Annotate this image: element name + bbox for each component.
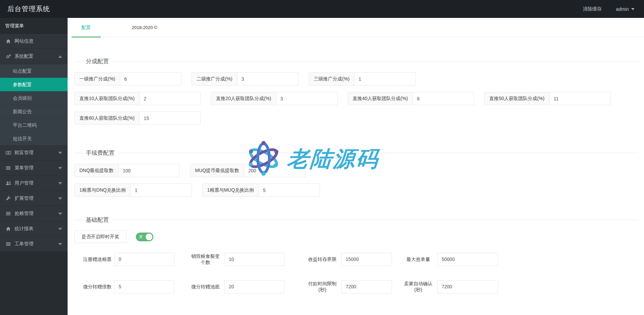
sidebar-item-ticket-mgmt[interactable]: 工单管理 [0, 237, 68, 252]
topbar: 后台管理系统 清除缓存 admin [0, 0, 644, 18]
field-level1-share: 一级推广分成(%) [74, 72, 181, 86]
field-input[interactable] [276, 92, 337, 105]
sidebar-item-user-mgmt[interactable]: 用户管理 [0, 176, 68, 191]
app-title: 后台管理系统 [0, 4, 50, 14]
chevron-down-icon [58, 152, 62, 154]
chevron-down-icon [58, 167, 62, 169]
divider [112, 61, 639, 62]
form-row: 1粮票与DNQ兑换比例 1粮票与MUQ兑换比例 [74, 184, 639, 197]
toggle-on-label: 开 [139, 234, 143, 240]
main-content: 配置 2018-2020 © 分成配置 一级推广分成(%) 二级推广分成(%) … [68, 18, 644, 315]
field-micro-transfer-pool: 微分转赠池底 [189, 280, 284, 293]
clear-cache-button[interactable]: 清除缓存 [583, 6, 602, 12]
field-input[interactable] [131, 184, 192, 196]
sidebar-subitem-member-level[interactable]: 会员级别 [0, 91, 68, 105]
field-payment-time-limit: 付款时间限制(秒) [306, 280, 392, 293]
field-input[interactable] [549, 92, 610, 105]
field-label: 1粮票与MUQ兑换比例 [202, 184, 259, 196]
divider [112, 220, 639, 220]
username: admin [616, 6, 629, 12]
sidebar-subitem-sms-switch[interactable]: 短信开关 [0, 132, 68, 145]
sidebar-menu-header: 管理菜单 [0, 18, 68, 34]
divider [74, 61, 83, 62]
field-label: MUQ提币最低提取数 [190, 164, 244, 177]
sidebar-subitem-qrcode[interactable]: 平台二维码 [0, 118, 68, 132]
sidebar-item-label: 扩展管理 [15, 195, 58, 201]
field-input[interactable] [140, 112, 200, 124]
field-input[interactable] [114, 253, 174, 266]
money-icon [6, 150, 11, 155]
section-title: 基础配置 [83, 216, 112, 224]
field-ticket-muq-ratio: 1粮票与MUQ兑换比例 [202, 184, 320, 197]
sidebar-subitem-site-config[interactable]: 站点配置 [0, 64, 68, 78]
section-header-fee: 手续费配置 [74, 149, 639, 156]
tab-config[interactable]: 配置 [72, 18, 101, 37]
users-icon [6, 181, 11, 186]
field-max-grab-amount: 最大抢单量 [402, 253, 498, 266]
field-input[interactable] [341, 253, 392, 266]
field-input[interactable] [224, 280, 284, 293]
sidebar-item-label: 财富管理 [15, 150, 58, 156]
chevron-down-icon [631, 8, 635, 10]
field-label: 注册赠送粮票 [78, 256, 112, 262]
field-input[interactable] [224, 253, 284, 266]
field-input[interactable] [244, 164, 305, 177]
form-row: 直推60人获取团队分成(%) [74, 112, 639, 125]
field-input[interactable] [140, 92, 200, 105]
sidebar-item-site-info[interactable]: 网站信息 [0, 34, 68, 49]
system-config-submenu: 站点配置 参数配置 会员级别 新闻公告 平台二维码 短信开关 [0, 64, 68, 145]
field-destroy-split-count: 销毁粮食裂变个数 [189, 253, 284, 266]
field-ticket-dnq-ratio: 1粮票与DNQ兑换比例 [74, 184, 192, 197]
instant-draw-toggle[interactable]: 开 [136, 233, 153, 241]
field-label: 一级推广分成(%) [75, 73, 120, 85]
field-label: 二级推广分成(%) [192, 73, 238, 85]
field-input[interactable] [413, 92, 474, 105]
field-input[interactable] [114, 280, 174, 293]
wrench-icon [6, 196, 11, 201]
sidebar-item-label: 用户管理 [15, 180, 58, 186]
chevron-up-icon [58, 55, 62, 58]
sidebar-subitem-news[interactable]: 新闻公告 [0, 105, 68, 118]
field-seller-auto-confirm: 卖家自动确认(秒) [402, 280, 498, 293]
user-menu[interactable]: admin [616, 6, 635, 12]
sidebar-item-system-config[interactable]: 系统配置 [0, 49, 68, 64]
sidebar-item-menu-mgmt[interactable]: 菜单管理 [0, 161, 68, 176]
form-row: 直推10人获取团队分成(%) 直推20人获取团队分成(%) 直推40人获取团队分… [74, 92, 639, 105]
field-label: 收益转存界限 [306, 256, 339, 262]
field-input[interactable] [259, 184, 320, 196]
field-input[interactable] [119, 164, 179, 177]
field-label: DNQ最低提取数 [75, 164, 119, 177]
sidebar-item-wealth[interactable]: 财富管理 [0, 145, 68, 161]
sidebar-item-grain-mgmt[interactable]: 抢粮管理 [0, 206, 68, 221]
sidebar-subitem-param-config-active[interactable]: 参数配置 [0, 78, 68, 91]
list-icon [6, 166, 11, 170]
sidebar-item-label: 统计报表 [15, 226, 58, 232]
chevron-down-icon [58, 228, 62, 230]
field-label: 微分转赠池底 [189, 284, 222, 290]
field-label: 直推20人获取团队分成(%) [211, 92, 276, 105]
sidebar-item-label: 工单管理 [15, 241, 58, 247]
field-input[interactable] [341, 280, 392, 293]
form-row: 注册赠送粮票 销毁粮食裂变个数 收益转存界限 最大抢单量 [74, 252, 639, 267]
field-input[interactable] [120, 73, 181, 85]
home-icon [6, 39, 11, 44]
instant-draw-label: 是否开启即时开奖 [74, 231, 126, 243]
form-row: 微分转赠倍数 微分转赠池底 付款时间限制(秒) 卖家自动确认(秒) [74, 279, 639, 294]
field-input[interactable] [238, 73, 298, 85]
sidebar-item-report[interactable]: 统计报表 [0, 221, 68, 237]
topbar-right: 清除缓存 admin [583, 6, 644, 12]
section-title: 手续费配置 [83, 149, 118, 157]
tab-label: 配置 [81, 25, 91, 30]
field-input[interactable] [437, 253, 498, 266]
section-header-share: 分成配置 [74, 57, 639, 65]
field-team60-share: 直推60人获取团队分成(%) [74, 112, 201, 125]
chevron-down-icon [58, 243, 62, 245]
copyright-text: 2018-2020 © [132, 25, 157, 30]
tab-active-underline [72, 37, 101, 38]
sidebar-item-label: 网站信息 [15, 38, 62, 44]
field-input[interactable] [437, 280, 498, 293]
field-input[interactable] [354, 73, 415, 85]
sidebar-item-extension-mgmt[interactable]: 扩展管理 [0, 191, 68, 206]
list-icon [6, 242, 11, 246]
field-label: 直推40人获取团队分成(%) [348, 92, 413, 105]
